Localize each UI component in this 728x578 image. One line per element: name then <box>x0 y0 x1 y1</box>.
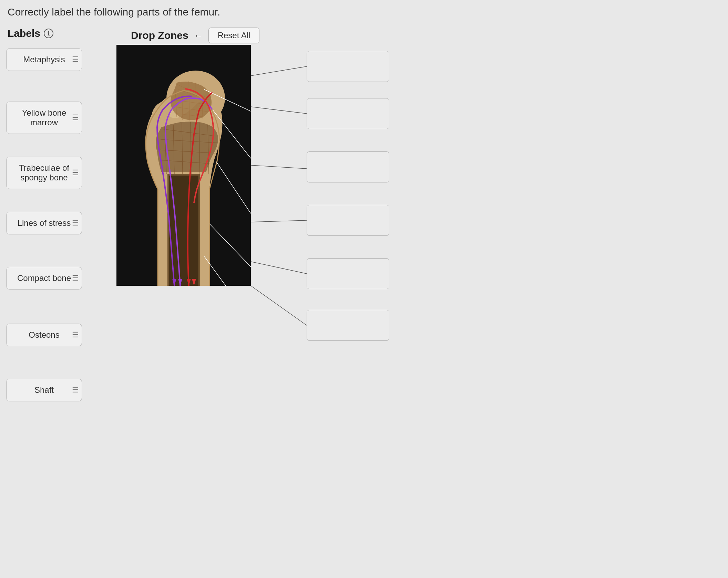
list-icon-trabeculae[interactable]: ☰ <box>72 168 79 177</box>
list-icon-metaphysis[interactable]: ☰ <box>72 55 79 64</box>
reset-all-button[interactable]: Reset All <box>208 28 260 43</box>
labels-title: Labels <box>8 28 40 39</box>
label-card-metaphysis[interactable]: Metaphysis ☰ <box>6 48 82 71</box>
list-icon-lines-of-stress[interactable]: ☰ <box>72 219 79 228</box>
instruction-text: Correctly label the following parts of t… <box>8 6 220 18</box>
label-card-yellow-bone-marrow[interactable]: Yellow bone marrow ☰ <box>6 102 82 134</box>
labels-section-header: Labels ℹ <box>8 28 53 39</box>
label-card-osteons[interactable]: Osteons ☰ <box>6 324 82 346</box>
label-card-compact-bone[interactable]: Compact bone ☰ <box>6 267 82 290</box>
bone-image <box>116 45 251 286</box>
list-icon-yellow-bone-marrow[interactable]: ☰ <box>72 113 79 122</box>
back-arrow-icon[interactable]: ← <box>194 30 203 41</box>
drop-zone-6[interactable] <box>307 310 389 341</box>
label-card-shaft[interactable]: Shaft ☰ <box>6 379 82 401</box>
label-card-lines-of-stress[interactable]: Lines of stress ☰ <box>6 212 82 234</box>
drop-zone-3[interactable] <box>307 151 389 182</box>
info-icon[interactable]: ℹ <box>44 29 53 38</box>
svg-line-36 <box>251 262 307 274</box>
label-card-trabeculae[interactable]: Trabeculae of spongy bone ☰ <box>6 157 82 189</box>
drop-zone-2[interactable] <box>307 98 389 129</box>
list-icon-shaft[interactable]: ☰ <box>72 386 79 395</box>
svg-line-33 <box>251 107 307 114</box>
list-icon-osteons[interactable]: ☰ <box>72 330 79 339</box>
svg-line-32 <box>251 66 307 76</box>
drop-zones-section-header: Drop Zones ← Reset All <box>131 28 259 43</box>
drop-zone-4[interactable] <box>307 205 389 236</box>
svg-line-37 <box>251 286 307 325</box>
drop-zone-1[interactable] <box>307 51 389 82</box>
list-icon-compact-bone[interactable]: ☰ <box>72 274 79 283</box>
drop-zones-title: Drop Zones <box>131 30 188 41</box>
svg-line-34 <box>251 165 307 169</box>
drop-zone-5[interactable] <box>307 258 389 289</box>
svg-line-35 <box>251 220 307 222</box>
